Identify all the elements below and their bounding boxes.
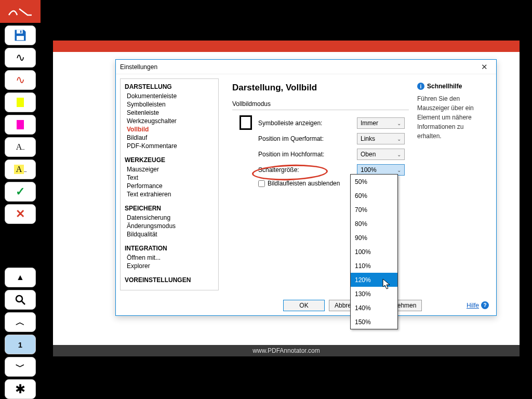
- text-yellow-icon[interactable]: A_: [5, 159, 36, 179]
- text-white-icon[interactable]: A_: [5, 137, 36, 157]
- sidebar-group: VOREINSTELLUNGEN: [125, 276, 216, 284]
- pen-red-icon[interactable]: ∿: [5, 70, 36, 90]
- footer: www.PDFAnnotator.com: [53, 345, 520, 356]
- chevron-down-icon: ⌄: [397, 167, 401, 173]
- svg-rect-2: [20, 31, 21, 33]
- sidebar-group: WERKZEUGE: [125, 156, 216, 164]
- form-label: Position im Querformat:: [258, 135, 324, 142]
- svg-point-3: [16, 296, 22, 302]
- section-label: Vollbildmodus: [232, 100, 409, 108]
- dropdown-option[interactable]: 110%: [351, 259, 397, 273]
- help-text: Führen Sie den Mauszeiger über ein Eleme…: [417, 94, 487, 141]
- dropdown-option[interactable]: 60%: [351, 189, 397, 203]
- dropdown-option[interactable]: 80%: [351, 217, 397, 231]
- sidebar-group: DARSTELLUNG: [125, 83, 216, 90]
- sidebar-group: INTEGRATION: [125, 245, 216, 252]
- dropdown-option[interactable]: 70%: [351, 203, 397, 217]
- help-question-icon: ?: [481, 301, 489, 309]
- sidebar-item[interactable]: Datensicherung: [125, 214, 216, 222]
- document-icon: [240, 115, 252, 130]
- page-indicator[interactable]: 1: [5, 335, 36, 354]
- dropdown-option[interactable]: 50%: [351, 175, 397, 189]
- zoom-icon[interactable]: [5, 290, 36, 310]
- svg-rect-1: [17, 36, 24, 40]
- next-page-icon[interactable]: ﹀: [5, 357, 36, 377]
- close-icon[interactable]: ✕: [476, 62, 492, 72]
- svg-line-4: [22, 301, 25, 304]
- settings-icon[interactable]: ✱: [5, 379, 36, 399]
- sidebar-item[interactable]: Text: [125, 174, 216, 182]
- page-title: Darstellung, Vollbild: [232, 83, 409, 93]
- select-0[interactable]: Immer⌄: [357, 117, 405, 129]
- sidebar-item[interactable]: PDF-Kommentare: [125, 142, 216, 150]
- chevron-down-icon: ⌄: [397, 136, 401, 142]
- prev-page-icon[interactable]: ︿: [5, 312, 36, 332]
- dropdown-option[interactable]: 150%: [351, 315, 397, 329]
- help-title: Schnellhilfe: [427, 83, 462, 90]
- sidebar-item[interactable]: Bildlauf: [125, 134, 216, 142]
- select-1[interactable]: Links⌄: [357, 133, 405, 144]
- select-value: Links: [361, 135, 375, 142]
- dropdown-option[interactable]: 130%: [351, 287, 397, 301]
- dropdown-option[interactable]: 90%: [351, 231, 397, 245]
- sidebar-item[interactable]: Vollbild: [125, 125, 216, 134]
- form-row: Position im Querformat:Links⌄: [235, 131, 409, 147]
- form-row: Symbolleiste anzeigen:Immer⌄: [235, 115, 409, 131]
- sidebar-item[interactable]: Performance: [125, 182, 216, 190]
- form-label: Position im Hochformat:: [258, 151, 324, 158]
- sidebar-item[interactable]: Seitenleiste: [125, 109, 216, 117]
- checkbox-label: Bildlaufleisten ausblenden: [268, 180, 340, 187]
- select-value: Immer: [361, 119, 378, 127]
- check-icon[interactable]: ✓: [5, 182, 36, 202]
- sidebar-group: SPEICHERN: [125, 205, 216, 212]
- sidebar-item[interactable]: Änderungsmodus: [125, 222, 216, 230]
- pen-black-icon[interactable]: ∿: [5, 48, 36, 68]
- sidebar-item[interactable]: Werkzeugschalter: [125, 117, 216, 125]
- help-link[interactable]: Hilfe ?: [467, 301, 489, 309]
- dropdown-option[interactable]: 100%: [351, 245, 397, 259]
- sidebar-item[interactable]: Text extrahieren: [125, 190, 216, 198]
- footer-url: www.PDFAnnotator.com: [252, 347, 320, 354]
- highlighter-magenta-icon[interactable]: [5, 115, 36, 135]
- sidebar-item[interactable]: Explorer: [125, 262, 216, 270]
- app-icon[interactable]: [0, 0, 41, 23]
- dropdown-option[interactable]: 140%: [351, 301, 397, 315]
- form-row: Position im Hochformat:Oben⌄: [235, 147, 409, 162]
- x-icon[interactable]: ✕: [5, 204, 36, 224]
- collapse-up-icon[interactable]: ▲: [5, 268, 36, 287]
- settings-sidebar[interactable]: DARSTELLUNGDokumentenleisteSymbolleisten…: [120, 78, 219, 290]
- chevron-down-icon: ⌄: [397, 121, 401, 126]
- highlighter-yellow-icon[interactable]: [5, 92, 36, 112]
- sidebar-item[interactable]: Öffnen mit...: [125, 254, 216, 262]
- main-area: www.PDFAnnotator.com Einstellungen ✕ DAR…: [41, 0, 532, 399]
- left-toolbar: ∿ ∿ A_ A_ ✓ ✕ ▲ ︿ 1 ﹀ ✱: [0, 0, 41, 399]
- select-2[interactable]: Oben⌄: [357, 149, 405, 160]
- svg-rect-0: [17, 30, 23, 34]
- sidebar-item[interactable]: Symbolleisten: [125, 100, 216, 109]
- form-label: Symbolleiste anzeigen:: [258, 119, 322, 127]
- sidebar-item[interactable]: Dokumentenleiste: [125, 92, 216, 100]
- info-icon: i: [417, 83, 424, 90]
- ok-button[interactable]: OK: [283, 300, 325, 311]
- dialog-titlebar: Einstellungen ✕: [116, 60, 496, 74]
- select-value: Oben: [361, 151, 376, 158]
- select-value: 100%: [361, 166, 377, 174]
- settings-dialog: Einstellungen ✕ DARSTELLUNGDokumentenlei…: [115, 59, 497, 316]
- quick-help-panel: i Schnellhilfe Führen Sie den Mauszeiger…: [409, 83, 487, 290]
- sidebar-item[interactable]: Mauszeiger: [125, 165, 216, 174]
- size-dropdown-list[interactable]: 50%60%70%80%90%100%110%120%130%140%150%: [350, 174, 398, 329]
- chevron-down-icon: ⌄: [397, 152, 401, 157]
- sidebar-item[interactable]: Bildqualität: [125, 230, 216, 238]
- page-number: 1: [18, 340, 22, 349]
- form-label: Schaltergröße:: [258, 166, 299, 174]
- title-bar: [53, 41, 520, 52]
- dialog-title-text: Einstellungen: [120, 63, 157, 71]
- dropdown-option[interactable]: 120%: [351, 273, 397, 287]
- save-icon[interactable]: [5, 25, 36, 45]
- hide-scrollbars-checkbox[interactable]: [258, 180, 265, 187]
